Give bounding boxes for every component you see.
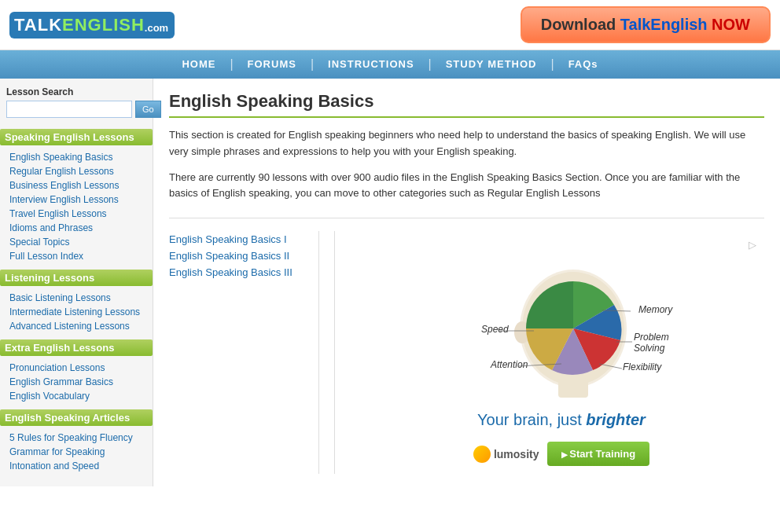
lesson-link-basics-3[interactable]: English Speaking Basics III [169,264,311,281]
logo-talk: TALK [14,15,62,35]
svg-rect-2 [558,378,588,398]
download-button[interactable]: Download TalkEnglish NOW [521,6,771,43]
svg-text:Problem: Problem [634,332,669,343]
lesson-link-basics-2[interactable]: English Speaking Basics II [169,248,311,264]
nav-instructions[interactable]: INSTRUCTIONS [314,50,429,79]
navbar: HOME | FORUMS | INSTRUCTIONS | STUDY MET… [0,50,780,79]
intro-paragraph-1: This section is created for English spea… [169,127,764,160]
nav-sep-2: | [311,57,314,72]
logo-dotcom: .com [145,22,168,34]
sidebar: Lesson Search Go Speaking English Lesson… [0,79,153,486]
lesson-links-panel: English Speaking Basics I English Speaki… [169,231,311,474]
memory-label: Memory [638,304,673,315]
main-layout: Lesson Search Go Speaking English Lesson… [0,79,780,486]
lumosity-row: lumosity Start Training [473,442,649,466]
brain-svg: Memory Problem Solving Flexibility Atten… [428,254,695,411]
lumosity-logo: lumosity [473,446,539,463]
start-training-button[interactable]: Start Training [547,442,650,466]
sidebar-item-interview-english[interactable]: Interview English Lessons [6,193,146,207]
extra-section-header: Extra English Lessons [0,339,153,356]
search-label: Lesson Search [6,86,146,97]
speaking-section-header: Speaking English Lessons [0,129,153,145]
sidebar-item-english-speaking-basics[interactable]: English Speaking Basics [6,150,146,164]
sidebar-item-grammar-basics[interactable]: English Grammar Basics [6,375,146,389]
lessons-ad-row: English Speaking Basics I English Speaki… [169,218,764,474]
sidebar-item-business-english[interactable]: Business English Lessons [6,178,146,193]
nav-forums[interactable]: FORUMS [234,50,311,79]
nav-sep-3: | [429,57,432,72]
tagline-italic: brighter [586,411,646,428]
logo: TALK ENGLISH .com [9,12,175,39]
download-label: Download [541,16,616,33]
svg-text:Solving: Solving [634,343,665,354]
lumosity-circle-icon [473,446,491,463]
listening-section-header: Listening Lessons [0,270,153,286]
search-input[interactable] [6,101,132,118]
sidebar-item-grammar-speaking[interactable]: Grammar for Speaking [6,445,146,459]
articles-section-header: English Speaking Articles [0,409,153,426]
brain-visual: Memory Problem Solving Flexibility Atten… [428,254,695,411]
nav-faqs[interactable]: FAQs [554,50,613,79]
sidebar-item-travel-english[interactable]: Travel English Lessons [6,207,146,221]
sidebar-item-special-topics[interactable]: Special Topics [6,235,146,249]
sidebar-item-full-lesson[interactable]: Full Lesson Index [6,249,146,263]
now-label: NOW [708,16,750,33]
sidebar-item-regular-english[interactable]: Regular English Lessons [6,164,146,178]
vertical-divider [334,231,335,474]
sidebar-item-intonation[interactable]: Intonation and Speed [6,459,146,473]
brain-tagline: Your brain, just brighter [477,411,646,429]
nav-study-method[interactable]: STUDY METHOD [432,50,551,79]
nav-sep-1: | [230,57,233,72]
sidebar-item-advanced-listening[interactable]: Advanced Listening Lessons [6,319,146,333]
search-row: Go [6,101,146,118]
sidebar-item-idioms[interactable]: Idioms and Phrases [6,221,146,235]
sidebar-item-5-rules[interactable]: 5 Rules for Speaking Fluency [6,431,146,445]
nav-home[interactable]: HOME [167,50,230,79]
content-area: English Speaking Basics This section is … [153,79,780,486]
sidebar-item-basic-listening[interactable]: Basic Listening Lessons [6,291,146,305]
tagline-normal: Your brain, just [477,411,586,428]
ad-panel: ▷ [359,231,764,474]
nav-sep-4: | [550,57,554,72]
page-title: English Speaking Basics [169,91,764,118]
sidebar-item-pronunciation[interactable]: Pronunciation Lessons [6,361,146,375]
flexibility-label: Flexibility [623,361,662,372]
sidebar-item-vocabulary[interactable]: English Vocabulary [6,389,146,403]
intro-paragraph-2: There are currently 90 lessons with over… [169,170,764,203]
speed-label: Speed [481,324,509,335]
sidebar-item-intermediate-listening[interactable]: Intermediate Listening Lessons [6,305,146,319]
lesson-link-basics-1[interactable]: English Speaking Basics I [169,231,311,248]
logo-english: ENGLISH [62,15,145,35]
lumosity-text: lumosity [494,448,539,460]
attention-label: Attention [490,359,528,370]
ad-flag-icon: ▷ [749,239,756,251]
header: TALK ENGLISH .com Download TalkEnglish N… [0,0,780,50]
talkenglish-label: TalkEnglish [616,16,707,33]
